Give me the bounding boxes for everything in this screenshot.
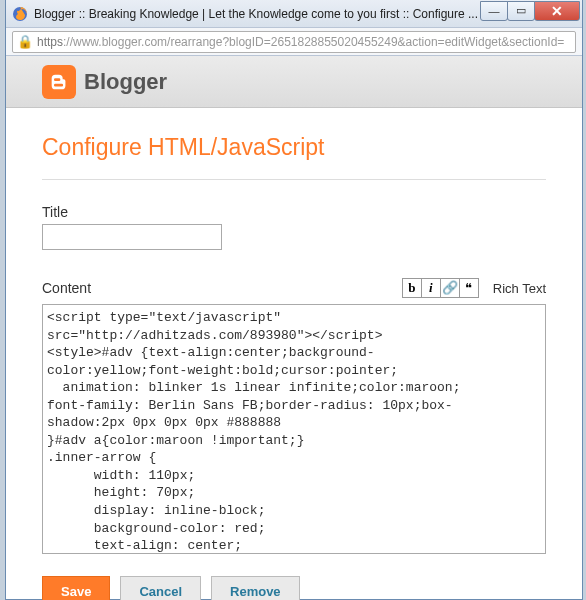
link-button[interactable]: 🔗 bbox=[440, 278, 460, 298]
url-input[interactable]: 🔒 https://www.blogger.com/rearrange?blog… bbox=[12, 31, 576, 53]
italic-button[interactable]: i bbox=[421, 278, 441, 298]
save-button[interactable]: Save bbox=[42, 576, 110, 600]
blogger-logo-icon bbox=[42, 65, 76, 99]
lock-icon: 🔒 bbox=[17, 34, 33, 49]
header-band: Blogger bbox=[6, 56, 582, 108]
button-row: Save Cancel Remove bbox=[42, 576, 546, 600]
close-button[interactable]: ✕ bbox=[534, 1, 580, 21]
browser-window: Blogger :: Breaking Knowledge | Let the … bbox=[5, 0, 583, 600]
remove-button[interactable]: Remove bbox=[211, 576, 300, 600]
url-rest: ://www.blogger.com/rearrange?blogID=2651… bbox=[63, 35, 564, 49]
format-toolbar: b i 🔗 ❝ bbox=[402, 278, 479, 298]
richtext-toggle[interactable]: Rich Text bbox=[493, 281, 546, 296]
url-scheme: https bbox=[37, 35, 63, 49]
brand-name: Blogger bbox=[84, 69, 167, 95]
window-title: Blogger :: Breaking Knowledge | Let the … bbox=[34, 7, 481, 21]
window-titlebar: Blogger :: Breaking Knowledge | Let the … bbox=[6, 0, 582, 28]
firefox-icon bbox=[12, 6, 28, 22]
window-buttons: — ▭ ✕ bbox=[481, 1, 580, 21]
minimize-button[interactable]: — bbox=[480, 1, 508, 21]
page-body: Configure HTML/JavaScript Title Content … bbox=[6, 108, 582, 600]
content-header-row: Content b i 🔗 ❝ Rich Text bbox=[42, 278, 546, 298]
cancel-button[interactable]: Cancel bbox=[120, 576, 201, 600]
page-title: Configure HTML/JavaScript bbox=[42, 128, 546, 179]
address-bar: 🔒 https://www.blogger.com/rearrange?blog… bbox=[6, 28, 582, 56]
bold-button[interactable]: b bbox=[402, 278, 422, 298]
divider bbox=[42, 179, 546, 180]
content-area-wrap bbox=[42, 304, 546, 558]
content-label: Content bbox=[42, 280, 402, 296]
content-textarea[interactable] bbox=[42, 304, 546, 554]
quote-button[interactable]: ❝ bbox=[459, 278, 479, 298]
title-label: Title bbox=[42, 204, 546, 220]
maximize-button[interactable]: ▭ bbox=[507, 1, 535, 21]
title-input[interactable] bbox=[42, 224, 222, 250]
